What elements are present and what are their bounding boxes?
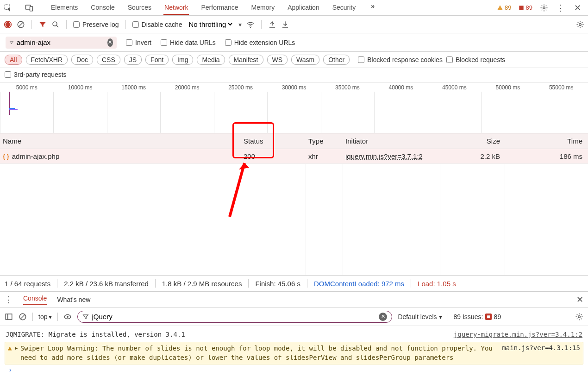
request-size: 2.2 kB: [440, 152, 505, 160]
console-warning-line[interactable]: ▲ ▸ Swiper Loop Warning: The number of s…: [5, 342, 583, 364]
tab-security[interactable]: Security: [332, 1, 357, 15]
chip-js[interactable]: JS: [124, 55, 142, 65]
console-toolbar: top▾ ✕ Default levels▾ 89 Issues: ■ 89: [0, 307, 588, 326]
svg-point-11: [250, 26, 250, 27]
kebab-menu-icon[interactable]: ⋮: [556, 3, 566, 13]
import-har-icon[interactable]: [281, 20, 289, 29]
export-har-icon[interactable]: [268, 20, 276, 29]
request-row[interactable]: { }admin-ajax.php 200 xhr jquery.min.js?…: [0, 149, 588, 164]
chevron-down-icon: ▾: [439, 313, 442, 320]
chip-css[interactable]: CSS: [97, 55, 120, 65]
issues-badge[interactable]: 89: [518, 4, 532, 11]
drawer-tab-console[interactable]: Console: [23, 295, 47, 305]
status-dcl: DOMContentLoaded: 972 ms: [314, 280, 404, 288]
request-status: 200: [241, 152, 306, 160]
chip-media[interactable]: Media: [197, 55, 225, 65]
console-filter-clear-icon[interactable]: ✕: [379, 313, 387, 321]
tab-memory[interactable]: Memory: [250, 1, 276, 15]
chip-doc[interactable]: Doc: [71, 55, 93, 65]
chip-fetch-xhr[interactable]: Fetch/XHR: [26, 55, 68, 65]
throttling-caret-icon: ▾: [238, 21, 242, 28]
status-load: Load: 1.05 s: [418, 280, 456, 288]
hide-extension-urls-checkbox[interactable]: Hide extension URLs: [225, 39, 295, 46]
chip-ws[interactable]: WS: [267, 55, 288, 65]
tab-elements[interactable]: Elements: [50, 1, 79, 15]
network-status-bar: 1 / 64 requests 2.2 kB / 23.6 kB transfe…: [0, 275, 588, 292]
close-devtools-icon[interactable]: ✕: [572, 3, 582, 13]
console-context-select[interactable]: top▾: [38, 313, 52, 320]
drawer-close-icon[interactable]: ✕: [576, 295, 583, 305]
settings-icon[interactable]: [539, 3, 549, 13]
invert-checkbox[interactable]: Invert: [126, 39, 151, 46]
col-status[interactable]: Status: [241, 137, 306, 145]
request-time: 186 ms: [505, 152, 588, 160]
network-settings-icon[interactable]: [576, 20, 584, 29]
device-toolbar-icon[interactable]: [24, 3, 34, 13]
chip-font[interactable]: Font: [145, 55, 169, 65]
svg-point-9: [53, 22, 57, 26]
console-filter-wrap: ✕: [77, 311, 392, 323]
chip-img[interactable]: Img: [172, 55, 193, 65]
col-initiator[interactable]: Initiator: [343, 137, 440, 145]
live-expression-icon[interactable]: [63, 313, 72, 321]
tab-application[interactable]: Application: [287, 1, 320, 15]
col-size[interactable]: Size: [440, 137, 505, 145]
console-sidebar-icon[interactable]: [5, 313, 13, 321]
search-icon[interactable]: [51, 20, 60, 29]
tab-sources[interactable]: Sources: [127, 1, 152, 15]
console-filter-input[interactable]: [92, 313, 376, 320]
chip-manifest[interactable]: Manifest: [229, 55, 263, 65]
console-issues-link[interactable]: 89 Issues: ■ 89: [454, 313, 501, 320]
network-conditions-icon[interactable]: [246, 20, 255, 29]
svg-line-16: [21, 314, 25, 319]
col-type[interactable]: Type: [306, 137, 343, 145]
chip-wasm[interactable]: Wasm: [291, 55, 319, 65]
drawer-menu-icon[interactable]: ⋮: [5, 295, 13, 305]
hide-data-urls-checkbox[interactable]: Hide data URLs: [161, 39, 216, 46]
console-settings-icon[interactable]: [575, 313, 583, 321]
tab-list: Elements Console Sources Network Perform…: [45, 1, 486, 15]
console-output: JQMIGRATE: Migrate is installed, version…: [0, 326, 588, 378]
third-party-row: 3rd-party requests: [0, 68, 588, 82]
more-tabs-icon[interactable]: »: [368, 1, 378, 11]
console-source-link[interactable]: main.js?ver=4.3.1:15: [502, 344, 580, 362]
status-resources: 1.8 kB / 2.9 MB resources: [162, 280, 242, 288]
log-levels-select[interactable]: Default levels▾: [398, 313, 442, 320]
svg-rect-3: [519, 6, 523, 10]
blocked-requests-checkbox[interactable]: Blocked requests: [446, 56, 505, 63]
svg-point-18: [67, 316, 69, 318]
col-name[interactable]: Name: [0, 137, 241, 145]
col-time[interactable]: Time: [505, 137, 588, 145]
preserve-log-checkbox[interactable]: Preserve log: [73, 21, 119, 28]
console-prompt[interactable]: ›: [5, 364, 583, 376]
request-type: xhr: [306, 152, 343, 160]
svg-point-4: [543, 6, 545, 9]
status-transferred: 2.2 kB / 23.6 kB transferred: [64, 280, 149, 288]
network-timeline[interactable]: 5000 ms10000 ms15000 ms20000 ms25000 ms3…: [0, 82, 588, 133]
tab-network[interactable]: Network: [163, 1, 189, 15]
console-clear-icon[interactable]: [19, 313, 27, 321]
throttling-select[interactable]: No throttling: [187, 20, 234, 29]
filter-input[interactable]: [17, 38, 105, 46]
filter-row: ✕ Invert Hide data URLs Hide extension U…: [0, 33, 588, 52]
request-table-wrap: Name Status Type Initiator Size Time { }…: [0, 133, 588, 275]
drawer-tab-whatsnew[interactable]: What's new: [57, 296, 90, 303]
filter-toggle-icon[interactable]: [38, 20, 47, 29]
console-source-link[interactable]: jquery-migrate.min.js?ver=3.4.1:2: [450, 331, 582, 338]
console-log-line[interactable]: JQMIGRATE: Migrate is installed, version…: [5, 329, 583, 340]
disable-cache-checkbox[interactable]: Disable cache: [132, 21, 182, 28]
clear-button[interactable]: [17, 20, 25, 29]
clear-filter-icon[interactable]: ✕: [107, 38, 113, 47]
blocked-response-cookies-checkbox[interactable]: Blocked response cookies: [358, 56, 443, 63]
warnings-badge[interactable]: 89: [497, 4, 511, 11]
record-button[interactable]: [4, 20, 12, 29]
chip-other[interactable]: Other: [323, 55, 350, 65]
chip-all[interactable]: All: [5, 55, 22, 65]
expand-icon[interactable]: ▸: [14, 344, 18, 362]
warning-icon: ▲: [8, 344, 12, 362]
tab-performance[interactable]: Performance: [200, 1, 239, 15]
inspect-icon[interactable]: [3, 3, 13, 13]
request-initiator-link[interactable]: jquery.min.js?ver=3.7.1:2: [345, 152, 423, 160]
third-party-checkbox[interactable]: 3rd-party requests: [5, 71, 583, 78]
tab-console[interactable]: Console: [90, 1, 115, 15]
